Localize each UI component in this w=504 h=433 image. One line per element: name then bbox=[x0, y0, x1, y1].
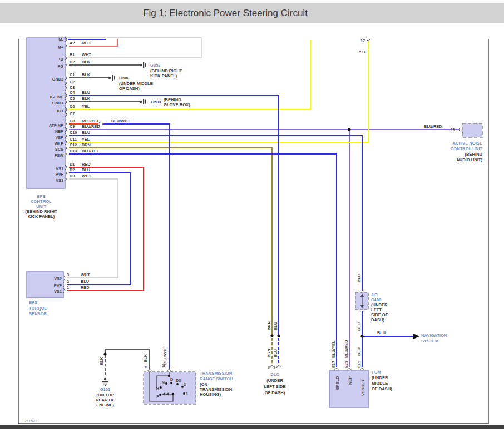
eps-torque-sensor: 3 WHT VS2 2 BLU PVF 1 RED VS1 EPS TORQUE… bbox=[27, 272, 90, 316]
wire-color-label: BRN bbox=[266, 321, 271, 330]
ground-label: G506 bbox=[119, 76, 130, 81]
wire-color-label: RED bbox=[82, 41, 90, 46]
pin-label: C1 bbox=[70, 72, 75, 77]
gear-position-label: D3 bbox=[176, 378, 181, 383]
pin-bracket bbox=[334, 369, 339, 371]
signal-label: VSSOUT bbox=[360, 379, 365, 396]
junction-dot bbox=[348, 128, 350, 131]
pin-bracket bbox=[459, 127, 461, 132]
wire-color-label: YEL bbox=[82, 104, 90, 109]
pin-label: C7 bbox=[70, 111, 75, 116]
bottom-bar bbox=[0, 425, 504, 429]
anc-name: ACTIVE NOISE bbox=[452, 141, 482, 146]
page-title: Fig 1: Electronic Power Steering Circuit bbox=[143, 8, 308, 18]
trs-position-dot bbox=[176, 383, 179, 385]
trs-position-dot bbox=[165, 382, 167, 385]
gear-position-label: D bbox=[170, 377, 173, 382]
signal-label: M- bbox=[58, 37, 63, 42]
pin-bracket bbox=[347, 369, 352, 371]
wire-vsp-blu bbox=[69, 136, 362, 291]
wire-color-label: BLU/RED bbox=[82, 124, 100, 129]
pin-label: E11 bbox=[357, 361, 362, 368]
trs-location: HOUSING) bbox=[200, 392, 221, 397]
signal-label: GND2 bbox=[52, 77, 63, 82]
wire-vs1-red bbox=[67, 167, 144, 291]
wire-color-label: BLU bbox=[82, 167, 90, 172]
pin-label: 2 bbox=[67, 279, 69, 284]
ground-location: (ON TOP bbox=[96, 392, 114, 397]
wire-color-label: WHT bbox=[82, 52, 91, 57]
wire-color-label: RED/YEL bbox=[82, 118, 100, 123]
wire-color-label: BLK bbox=[99, 356, 104, 365]
signal-label: VS2 bbox=[56, 178, 63, 183]
ground-icon bbox=[145, 100, 146, 104]
torque-sensor-name: SENSOR bbox=[29, 311, 47, 316]
gear-position-label: 2 bbox=[184, 382, 186, 387]
jc-location: DASH) bbox=[371, 317, 385, 322]
anc-box bbox=[462, 123, 482, 137]
signal-label: NEP bbox=[348, 376, 353, 385]
pin-label: C12 bbox=[70, 142, 77, 147]
inline-connector-icon bbox=[101, 122, 103, 126]
wire-color-label: BLU bbox=[357, 322, 362, 331]
signal-label: GND1 bbox=[52, 101, 63, 106]
pcm: E17 E23 E11 BLU/YEL BLU/RED BLU EPSLD NE… bbox=[329, 340, 392, 407]
jc-location: SIDE OF bbox=[371, 312, 388, 317]
signal-label: VS2 bbox=[54, 276, 62, 281]
gear-position-label: P bbox=[156, 394, 159, 399]
wire-color-label: BLU/YEL bbox=[82, 148, 100, 153]
wire-color-label: BLU/RED bbox=[344, 340, 349, 358]
pin-label: B2 bbox=[70, 59, 75, 64]
wire-color-label: YEL bbox=[359, 49, 367, 54]
ground-icon bbox=[143, 62, 144, 68]
ground-icon bbox=[114, 76, 115, 80]
signal-label: WLP bbox=[55, 141, 63, 146]
anc-location: (BEHIND bbox=[465, 152, 482, 157]
trs-position-dot bbox=[160, 386, 162, 389]
gear-position-label: 1 bbox=[186, 391, 188, 396]
signal-label: EPSLD bbox=[335, 376, 340, 390]
wire-ig1-yel bbox=[69, 40, 310, 110]
ground-location: KICK PANEL) bbox=[150, 73, 177, 78]
wiring-diagram: Fig 1: Electronic Power Steering Circuit… bbox=[0, 0, 504, 433]
active-noise-control-unit: 17 YEL BLU/RED 15 ACTIVE NOISE CONTROL U… bbox=[359, 38, 483, 162]
wire-color-label: BRN bbox=[266, 349, 271, 357]
wire-color-label: BLU/WHT bbox=[111, 118, 130, 123]
ground-icon bbox=[104, 378, 107, 381]
ground-location: (BEHIND bbox=[164, 97, 181, 102]
ground-location: ENGINE) bbox=[96, 402, 114, 407]
pin-label: C6 bbox=[70, 104, 75, 109]
ground-label: G503 bbox=[151, 99, 161, 104]
signal-label: PSW bbox=[54, 153, 63, 158]
trs-name: RANGE SWITCH bbox=[200, 376, 233, 381]
pin-label: 3 bbox=[67, 272, 69, 277]
eps-unit-name: UNIT bbox=[36, 204, 46, 209]
wire-color-label: BLK bbox=[82, 59, 91, 64]
ground-location: (BEHIND RIGHT bbox=[150, 68, 182, 73]
wire-color-label: BRN bbox=[82, 142, 91, 147]
transmission-range-switch: BLK BLU/WHT 5 10 N D D3 2 1 R P TRANSMIS… bbox=[143, 346, 233, 404]
pin-label: E17 bbox=[331, 361, 336, 368]
ground-icon bbox=[112, 75, 113, 81]
wire-color-label: RED bbox=[81, 285, 89, 290]
pin-bracket bbox=[366, 39, 370, 41]
wire-color-label: BLU/WHT bbox=[162, 346, 167, 365]
signal-label: PG bbox=[57, 64, 63, 69]
wire-color-label: BLU bbox=[82, 130, 90, 135]
pin-label: C11 bbox=[70, 137, 77, 142]
signal-label: IG1 bbox=[57, 108, 63, 113]
junction-dot bbox=[270, 334, 273, 337]
pin-label: 5 bbox=[144, 366, 149, 368]
trs-location: (ON bbox=[200, 382, 207, 387]
wire-atp-blu-wht bbox=[103, 124, 169, 369]
ground-g352: G352 (BEHIND RIGHT KICK PANEL) bbox=[140, 62, 182, 78]
trs-location: TRANSMISSION bbox=[200, 387, 232, 392]
eps-unit-location: KICK PANEL) bbox=[28, 214, 55, 219]
pin-label: C3 bbox=[70, 85, 75, 90]
ground-icon bbox=[145, 63, 146, 67]
wire-color-label: BLK bbox=[82, 72, 91, 77]
signal-label: VS1 bbox=[54, 289, 62, 294]
pin-label: 10 bbox=[161, 364, 166, 368]
ground-icon bbox=[116, 77, 116, 79]
dlc-location: (UNDER bbox=[266, 378, 283, 383]
